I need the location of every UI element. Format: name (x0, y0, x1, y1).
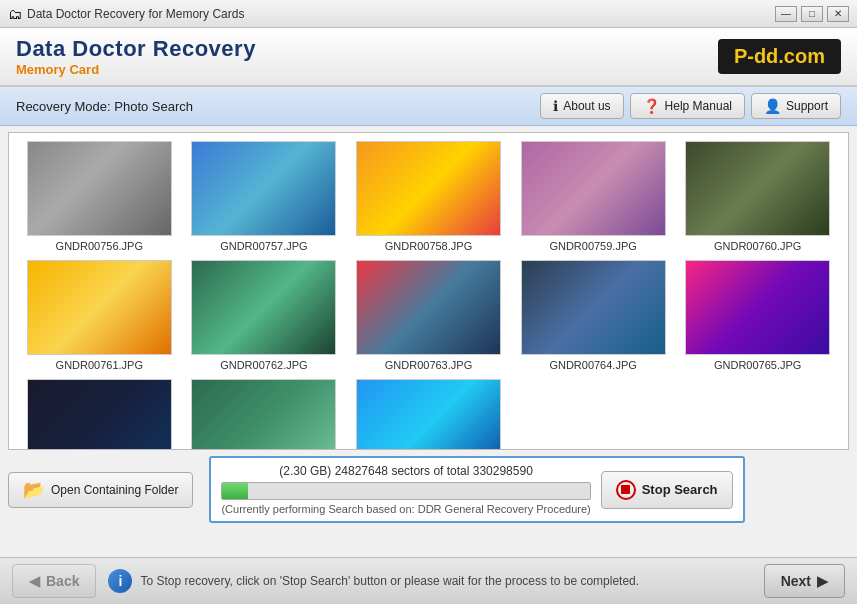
photo-item[interactable]: GNDR00758.JPG (350, 141, 507, 252)
bottom-hint: To Stop recovery, click on 'Stop Search'… (140, 574, 639, 588)
photo-label: GNDR00763.JPG (385, 359, 472, 371)
nav-buttons: ℹ About us ❓ Help Manual 👤 Support (540, 93, 841, 119)
titlebar: 🗂 Data Doctor Recovery for Memory Cards … (0, 0, 857, 28)
photo-item[interactable]: GNDR00757.JPG (186, 141, 343, 252)
photo-item[interactable]: GNDR00759.JPG (515, 141, 672, 252)
photo-thumbnail (27, 260, 172, 355)
app-icon: 🗂 (8, 6, 22, 22)
photo-thumbnail (521, 141, 666, 236)
photo-item[interactable]: GNDR00767.JPG (186, 379, 343, 450)
progress-bar-fill (222, 483, 248, 499)
photo-item[interactable]: GNDR00763.JPG (350, 260, 507, 371)
maximize-button[interactable]: □ (801, 6, 823, 22)
photo-label: GNDR00761.JPG (56, 359, 143, 371)
minimize-button[interactable]: — (775, 6, 797, 22)
photo-label: GNDR00756.JPG (56, 240, 143, 252)
about-button[interactable]: ℹ About us (540, 93, 623, 119)
open-folder-button[interactable]: 📂 Open Containing Folder (8, 472, 193, 508)
photo-thumbnail (191, 260, 336, 355)
photo-thumbnail (27, 379, 172, 450)
support-icon: 👤 (764, 98, 781, 114)
mode-label: Recovery Mode: Photo Search (16, 99, 193, 114)
progress-bar-wrapper (221, 482, 590, 500)
help-button[interactable]: ❓ Help Manual (630, 93, 745, 119)
photo-grid-container: GNDR00756.JPGGNDR00757.JPGGNDR00758.JPGG… (8, 132, 849, 450)
photo-thumbnail (356, 379, 501, 450)
photo-item[interactable]: GNDR00756.JPG (21, 141, 178, 252)
next-button[interactable]: Next ▶ (764, 564, 845, 598)
photo-label: GNDR00759.JPG (549, 240, 636, 252)
photo-item[interactable]: GNDR00764.JPG (515, 260, 672, 371)
brand: Data Doctor Recovery Memory Card (16, 36, 256, 77)
bottombar: ◀ Back i To Stop recovery, click on 'Sto… (0, 557, 857, 604)
brand-title: Data Doctor Recovery (16, 36, 256, 62)
photo-thumbnail (191, 141, 336, 236)
title-text: Data Doctor Recovery for Memory Cards (27, 7, 775, 21)
logo-badge: P-dd.com (718, 39, 841, 74)
support-button[interactable]: 👤 Support (751, 93, 841, 119)
next-arrow-icon: ▶ (817, 573, 828, 589)
help-icon: ❓ (643, 98, 660, 114)
status-area: 📂 Open Containing Folder (2.30 GB) 24827… (8, 456, 849, 523)
stop-search-button[interactable]: Stop Search (601, 471, 733, 509)
back-button[interactable]: ◀ Back (12, 564, 96, 598)
photo-label: GNDR00758.JPG (385, 240, 472, 252)
progress-info: (2.30 GB) 24827648 sectors of total 3302… (221, 464, 590, 515)
navbar: Recovery Mode: Photo Search ℹ About us ❓… (0, 87, 857, 126)
photo-thumbnail (685, 141, 830, 236)
stop-inner (621, 485, 630, 494)
window-controls: — □ ✕ (775, 6, 849, 22)
photo-grid: GNDR00756.JPGGNDR00757.JPGGNDR00758.JPGG… (9, 133, 848, 450)
back-arrow-icon: ◀ (29, 573, 40, 589)
photo-item[interactable]: GNDR00765.JPG (679, 260, 836, 371)
photo-item[interactable]: GNDR00766.JPG (21, 379, 178, 450)
logo-text: P-dd.com (734, 45, 825, 67)
photo-label: GNDR00762.JPG (220, 359, 307, 371)
photo-thumbnail (27, 141, 172, 236)
photo-thumbnail (521, 260, 666, 355)
info-icon: ℹ (553, 98, 558, 114)
info-circle-icon: i (108, 569, 132, 593)
photo-label: GNDR00757.JPG (220, 240, 307, 252)
photo-thumbnail (685, 260, 830, 355)
photo-label: GNDR00760.JPG (714, 240, 801, 252)
photo-label: GNDR00765.JPG (714, 359, 801, 371)
brand-subtitle: Memory Card (16, 62, 256, 77)
statusbar: (2.30 GB) 24827648 sectors of total 3302… (209, 456, 744, 523)
folder-icon: 📂 (23, 479, 45, 501)
bottom-info: i To Stop recovery, click on 'Stop Searc… (108, 569, 751, 593)
photo-item[interactable]: GNDR00768.JPG (350, 379, 507, 450)
photo-item[interactable]: GNDR00762.JPG (186, 260, 343, 371)
photo-item[interactable]: GNDR00760.JPG (679, 141, 836, 252)
photo-thumbnail (356, 260, 501, 355)
close-button[interactable]: ✕ (827, 6, 849, 22)
progress-subtext: (Currently performing Search based on: D… (221, 503, 590, 515)
photo-thumbnail (191, 379, 336, 450)
header: Data Doctor Recovery Memory Card P-dd.co… (0, 28, 857, 87)
photo-item[interactable]: GNDR00761.JPG (21, 260, 178, 371)
progress-text: (2.30 GB) 24827648 sectors of total 3302… (221, 464, 590, 478)
photo-thumbnail (356, 141, 501, 236)
photo-label: GNDR00764.JPG (549, 359, 636, 371)
stop-icon (616, 480, 636, 500)
